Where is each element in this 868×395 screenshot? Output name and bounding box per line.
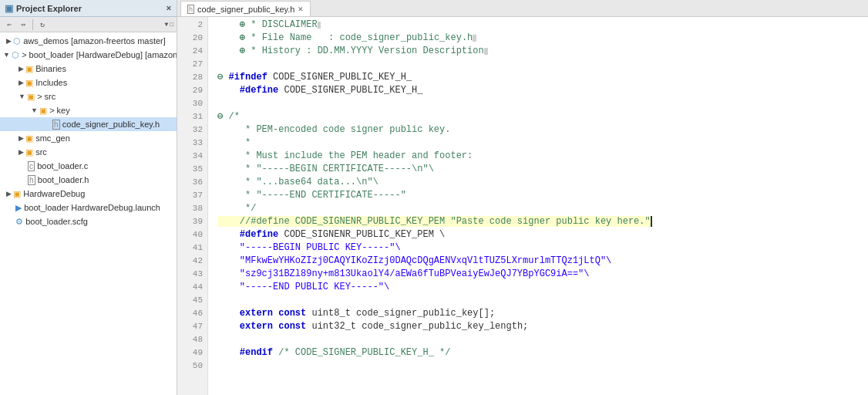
tree-label: aws_demos [amazon-freertos master] [23,36,166,46]
editor-content[interactable]: 2 20 24 27 28 29 30 31 32 33 34 35 36 37… [177,17,868,395]
expand-icon[interactable]: ▶ [19,65,24,73]
tree-label: boot_loader HardwareDebug.launch [24,203,160,212]
folder-icon: ▣ [25,78,33,88]
tree-label: boot_loader.c [37,161,88,170]
tree-label: > boot_loader [HardwareDebug] [amazon-fr… [22,50,177,59]
expand-icon[interactable]: ▼ [19,93,25,100]
h-file-icon: h [28,175,35,185]
tree-item-boot-loader-scfg[interactable]: ⚙ boot_loader.scfg [0,214,177,228]
tree-item-includes[interactable]: ▶ ▣ Includes [0,76,177,89]
collapse-all-button[interactable]: ⇐ [3,19,15,31]
folder-icon: ▣ [13,189,21,199]
project-icon: ▣ [5,3,13,14]
project-explorer-header: ▣ Project Explorer ✕ [0,0,177,17]
tree-item-aws-demos[interactable]: ▶ ⬡ aws_demos [amazon-freertos master] [0,34,177,48]
h-file-tab-icon: h [187,5,194,14]
expand-icon[interactable]: ▶ [6,37,12,45]
c-file-icon: c [28,161,35,171]
tree-label: code_signer_public_key.h [62,120,160,129]
tree-label: boot_loader.scfg [25,217,88,226]
folder-icon: ▣ [25,147,33,157]
editor-tab-bar: h code_signer_public_key.h ✕ [177,0,868,17]
tree-item-binaries[interactable]: ▶ ▣ Binaries [0,62,177,76]
tree-label: src [35,147,47,157]
launch-icon: ▶ [15,203,22,213]
minimize-button[interactable]: ▼ [164,21,168,28]
tree-item-smc-gen[interactable]: ▶ ▣ smc_gen [0,131,177,145]
tree-label: boot_loader.h [38,175,89,184]
project-icon: ⬡ [13,36,21,46]
tree-label: Binaries [35,64,66,73]
scfg-icon: ⚙ [15,217,23,227]
toolbar-separator [32,19,33,30]
folder-icon: ▣ [25,133,33,143]
tree-item-boot-loader-launch[interactable]: ▶ boot_loader HardwareDebug.launch [0,201,177,214]
project-explorer-title: Project Explorer [16,4,82,13]
expand-icon[interactable]: ▶ [19,79,24,86]
tree-label: HardwareDebug [23,189,85,198]
tree-label: smc_gen [35,133,70,143]
expand-icon[interactable]: ▼ [31,106,38,114]
tree-label: > key [49,106,70,115]
tree-item-boot-loader-c[interactable]: c boot_loader.c [0,159,177,173]
maximize-button[interactable]: □ [170,21,173,28]
folder-icon: ▣ [25,64,33,74]
editor-tab-code-signer[interactable]: h code_signer_public_key.h ✕ [180,1,311,16]
project-tree: ▶ ⬡ aws_demos [amazon-freertos master] ▼… [0,32,177,395]
tree-label: Includes [35,78,67,87]
editor-panel: h code_signer_public_key.h ✕ 2 20 24 27 … [177,0,868,395]
tree-item-key[interactable]: ▼ ▣ > key [0,103,177,117]
project-explorer-panel: ▣ Project Explorer ✕ ⇐ ⇔ ↻ ▼ □ ▶ ⬡ aws_d… [0,0,177,395]
code-content[interactable]: ⊕ * DISCLAIMER█ ⊕ * File Name : code_sig… [208,17,868,395]
close-icon[interactable]: ✕ [166,5,172,12]
expand-icon[interactable]: ▶ [19,134,24,142]
tree-item-boot-loader-h[interactable]: h boot_loader.h [0,173,177,187]
link-editor-button[interactable]: ⇔ [17,19,29,31]
tree-item-boot-loader[interactable]: ▼ ⬡ > boot_loader [HardwareDebug] [amazo… [0,48,177,62]
sync-button[interactable]: ↻ [36,19,49,31]
line-numbers: 2 20 24 27 28 29 30 31 32 33 34 35 36 37… [177,17,208,395]
sidebar-toolbar: ⇐ ⇔ ↻ ▼ □ [0,17,177,32]
expand-icon[interactable]: ▶ [6,190,12,198]
tree-item-src-bot[interactable]: ▶ ▣ src [0,145,177,159]
tab-label: code_signer_public_key.h [197,5,294,14]
expand-icon[interactable]: ▼ [3,51,10,59]
folder-icon: ▣ [39,106,47,116]
project-icon: ⬡ [12,50,19,60]
h-file-icon: h [52,120,60,130]
tree-item-code-signer-h[interactable]: h code_signer_public_key.h [0,117,177,131]
expand-icon[interactable]: ▶ [19,148,24,156]
tree-label: > src [37,92,56,101]
tree-item-hardware-debug[interactable]: ▶ ▣ HardwareDebug [0,187,177,201]
tree-item-src[interactable]: ▼ ▣ > src [0,89,177,103]
folder-icon: ▣ [27,92,35,102]
tab-close-button[interactable]: ✕ [298,5,304,13]
